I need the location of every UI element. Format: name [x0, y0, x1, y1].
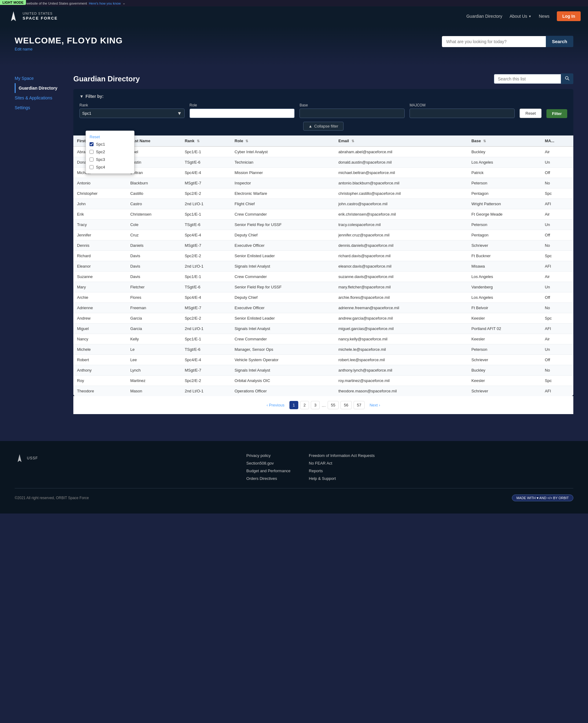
nav-link-about-us[interactable]: About Us ▼ — [509, 14, 531, 19]
table-row[interactable]: Nancy Kelly Spc1/E-1 Crew Commander nanc… — [74, 334, 573, 344]
prev-page-button[interactable]: ‹ Previous — [264, 401, 288, 409]
cell-base: Peterson — [467, 178, 541, 188]
table-row[interactable]: Roy Martinez Spc2/E-2 Orbital Analysis O… — [74, 376, 573, 386]
footer-bottom: ©2021 All right reserved, ORBIT Space Fo… — [15, 488, 573, 501]
role-label: Role — [189, 103, 295, 107]
table-row[interactable]: Robert Lee Spc4/E-4 Vehicle System Opera… — [74, 355, 573, 365]
cell-role: Electronic Warfare — [231, 188, 335, 199]
cell-majcom: AFI — [541, 324, 573, 334]
table-row[interactable]: Andrew Garcia Spc2/E-2 Senior Enlisted L… — [74, 313, 573, 324]
table-row[interactable]: Abraham Abel Spc1/E-1 Cyber Intel Analys… — [74, 146, 573, 157]
cell-base: Schriever — [467, 355, 541, 365]
table-row[interactable]: John Castro 2nd Lt/O-1 Flight Chief john… — [74, 199, 573, 209]
page-button-1[interactable]: 1 — [289, 401, 298, 409]
rank-option-spc4[interactable]: Spc4 — [86, 163, 134, 171]
cell-first-name: Tracy — [74, 220, 127, 230]
table-row[interactable]: Michael Beltran Spc4/E-4 Mission Planner… — [74, 167, 573, 178]
cell-role: Senior Enlisted Leader — [231, 251, 335, 261]
majcom-filter-select[interactable] — [410, 108, 514, 118]
filter-reset-button[interactable]: Reset — [520, 108, 542, 118]
edit-name-link[interactable]: Edit name — [15, 47, 123, 52]
th-email[interactable]: Email ⇅ — [335, 136, 467, 146]
search-list-button[interactable] — [561, 74, 573, 84]
rank-dropdown-chevron[interactable]: ▼ — [177, 111, 182, 116]
table-row[interactable]: Anthony Lynch MSgt/E-7 Signals Intel Ana… — [74, 365, 573, 376]
cell-rank: Spc4/E-4 — [181, 230, 231, 240]
table-row[interactable]: Erik Christensen Spc1/E-1 Crew Commander… — [74, 209, 573, 220]
rank-dropdown-reset[interactable]: Reset — [86, 133, 134, 140]
sidebar-item-sites-applications[interactable]: Sites & Applications — [15, 93, 64, 103]
rank-option-spc2[interactable]: Spc2 — [86, 148, 134, 156]
pagination: ‹ Previous 1 2 3 ... 55 56 57 Next › — [74, 396, 573, 414]
cell-role: Vehicle System Operator — [231, 355, 335, 365]
footer-link-section508[interactable]: Section508.gov — [246, 461, 291, 465]
footer-link-no-fear[interactable]: No FEAR Act — [309, 461, 375, 465]
login-button[interactable]: Log In — [557, 11, 581, 21]
cell-majcom: Off — [541, 293, 573, 303]
page-button-2[interactable]: 2 — [300, 401, 309, 409]
page-button-55[interactable]: 55 — [328, 401, 339, 409]
rank-label: Rank — [80, 103, 185, 107]
footer-links-section: Privacy policy Section508.gov Budget and… — [48, 453, 573, 481]
chevron-down-icon: ⌄ — [123, 1, 125, 5]
next-page-button[interactable]: Next › — [366, 401, 383, 409]
table-row[interactable]: Suzanne Davis Spc1/E-1 Crew Commander su… — [74, 272, 573, 282]
table-row[interactable]: Eleanor Davis 2nd Lt/O-1 Signals Intel A… — [74, 261, 573, 272]
th-role[interactable]: Role ⇅ — [231, 136, 335, 146]
role-filter-input[interactable] — [189, 108, 295, 118]
cell-email: michele.le@spaceforce.mil — [335, 344, 467, 355]
cell-majcom: Un — [541, 344, 573, 355]
table-row[interactable]: Mary Fletcher TSgt/E-6 Senior Field Rep … — [74, 282, 573, 293]
table-row[interactable]: Adrienne Freeman MSgt/E-7 Executive Offi… — [74, 303, 573, 313]
th-rank[interactable]: Rank ⇅ — [181, 136, 231, 146]
sidebar-item-my-space[interactable]: My Space — [15, 74, 64, 83]
cell-last-name: Lee — [127, 355, 181, 365]
footer-link-foia[interactable]: Freedom of Information Act Requests — [309, 453, 375, 458]
cell-rank: Spc4/E-4 — [181, 293, 231, 303]
rank-option-spc3[interactable]: Spc3 — [86, 156, 134, 163]
th-base[interactable]: Base ⇅ — [467, 136, 541, 146]
hero-search-button[interactable]: Search — [546, 36, 573, 47]
table-row[interactable]: Donald Austin TSgt/E-6 Technician donald… — [74, 157, 573, 167]
page-button-3[interactable]: 3 — [311, 401, 320, 409]
rank-checkbox-spc2[interactable] — [89, 150, 93, 154]
base-filter-select[interactable] — [299, 108, 405, 118]
rank-filter-input[interactable] — [82, 109, 177, 118]
hero-search-input[interactable] — [442, 36, 546, 47]
table-row[interactable]: Michele Le TSgt/E-6 Manager, Sensor Ops … — [74, 344, 573, 355]
footer-link-privacy[interactable]: Privacy policy — [246, 453, 291, 458]
table-row[interactable]: Dennis Daniels MSgt/E-7 Executive Office… — [74, 240, 573, 251]
footer-link-help[interactable]: Help & Support — [309, 476, 375, 481]
sidebar-item-settings[interactable]: Settings — [15, 103, 64, 113]
rank-option-spc1[interactable]: Spc1 — [86, 140, 134, 148]
table-row[interactable]: Christopher Castillo Spc2/E-2 Electronic… — [74, 188, 573, 199]
rank-checkbox-spc1[interactable] — [89, 142, 93, 146]
page-button-57[interactable]: 57 — [354, 401, 364, 409]
footer-link-reports[interactable]: Reports — [309, 468, 375, 473]
rank-checkbox-spc3[interactable] — [89, 158, 93, 161]
table-row[interactable]: Richard Davis Spc2/E-2 Senior Enlisted L… — [74, 251, 573, 261]
cell-role: Flight Chief — [231, 199, 335, 209]
cell-last-name: Austin — [127, 157, 181, 167]
table-row[interactable]: Antonio Blackburn MSgt/E-7 Inspector ant… — [74, 178, 573, 188]
sort-icon-rank: ⇅ — [197, 139, 200, 143]
page-button-56[interactable]: 56 — [340, 401, 352, 409]
sidebar-item-guardian-directory[interactable]: Guardian Directory — [15, 83, 64, 93]
table-row[interactable]: Tracy Cole TSgt/E-6 Senior Field Rep for… — [74, 220, 573, 230]
table-row[interactable]: Jennifer Cruz Spc4/E-4 Deputy Chief jenn… — [74, 230, 573, 240]
table-row[interactable]: Archie Flores Spc4/E-4 Deputy Chief arch… — [74, 293, 573, 303]
table-row[interactable]: Miguel Garcia 2nd Lt/O-1 Signals Intel A… — [74, 324, 573, 334]
gov-banner-link[interactable]: Here's how you know — [89, 2, 121, 5]
table-row[interactable]: Theodore Mason 2nd Lt/O-1 Operations Off… — [74, 386, 573, 396]
nav-link-news[interactable]: News — [539, 14, 549, 19]
rank-checkbox-spc4[interactable] — [89, 165, 93, 169]
nav-link-guardian-directory[interactable]: Guardian Directory — [466, 14, 502, 19]
filter-apply-button[interactable]: Filter — [546, 109, 567, 118]
search-list-input[interactable] — [494, 74, 561, 84]
footer-col-2: Freedom of Information Act Requests No F… — [309, 453, 375, 481]
footer-link-budget[interactable]: Budget and Performance — [246, 468, 291, 473]
collapse-filter-button[interactable]: ▲ Collapse filter — [303, 122, 343, 130]
footer-link-orders[interactable]: Orders Directives — [246, 476, 291, 481]
cell-last-name: Martinez — [127, 376, 181, 386]
cell-email: eleanor.davis@spaceforce.mil — [335, 261, 467, 272]
